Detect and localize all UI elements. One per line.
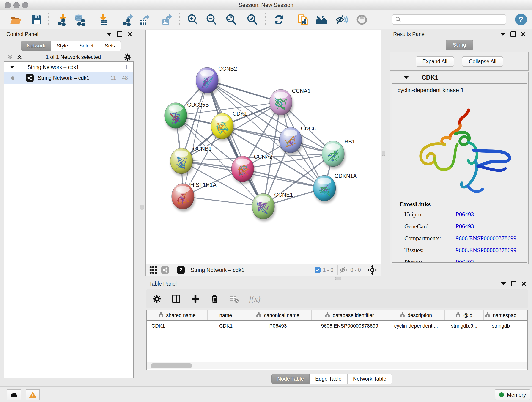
network-edge-CDK1-RB1[interactable]: [222, 126, 333, 154]
function-builder-icon[interactable]: f(x): [249, 294, 260, 304]
network-options-gear-icon[interactable]: [124, 53, 132, 61]
memory-button[interactable]: Memory: [495, 389, 530, 400]
panel-close-icon[interactable]: [521, 281, 526, 286]
table-cell[interactable]: P06493: [244, 323, 312, 329]
column-header-@id[interactable]: @id: [445, 310, 484, 320]
collapse-entry-icon[interactable]: [404, 76, 409, 79]
node-table[interactable]: shared namenamecanonical namedatabase id…: [146, 310, 528, 370]
panel-float-icon[interactable]: [510, 32, 516, 37]
collapse-all-button[interactable]: Collapse All: [462, 56, 503, 67]
network-row[interactable]: String Network – cdk1 11 48: [4, 72, 133, 84]
expand-all-button[interactable]: Expand All: [416, 56, 454, 67]
table-cell[interactable]: stringdb:9...: [445, 323, 484, 329]
column-header-shared-name[interactable]: shared name: [147, 310, 208, 320]
splitter-handle[interactable]: [335, 277, 341, 280]
import-database-icon[interactable]: [74, 13, 86, 26]
show-columns-icon[interactable]: [172, 294, 181, 303]
clone-network-icon[interactable]: [297, 13, 309, 26]
network-node-CCNE1[interactable]: [252, 193, 276, 221]
scrollbar-thumb[interactable]: [151, 364, 192, 368]
export-table-icon[interactable]: [138, 13, 150, 26]
gene-card-header[interactable]: CDK1: [390, 72, 528, 83]
cloud-status-button[interactable]: [7, 389, 21, 400]
network-node-CCNB2[interactable]: [196, 67, 220, 95]
panel-close-icon[interactable]: [127, 32, 132, 36]
collection-expand-icon[interactable]: [10, 66, 14, 69]
column-header-namespac[interactable]: namespac: [484, 310, 518, 320]
table-cell[interactable]: CDK1: [208, 323, 244, 329]
fit-selected-crosshair-icon[interactable]: [367, 265, 377, 275]
hidden-eye-icon[interactable]: [340, 266, 348, 274]
search-field[interactable]: [392, 14, 506, 25]
table-cell[interactable]: stringdb: [484, 323, 518, 329]
table-options-gear-icon[interactable]: [152, 294, 162, 303]
collapse-all-icon[interactable]: [7, 54, 14, 61]
network-node-CDC6[interactable]: [279, 127, 303, 155]
tab-network[interactable]: Network: [21, 41, 51, 51]
export-network-icon[interactable]: [121, 13, 134, 26]
network-collection-row[interactable]: String Network – cdk1 1: [4, 62, 133, 72]
show-nodes-icon[interactable]: [355, 13, 368, 26]
panel-float-icon[interactable]: [117, 32, 122, 37]
search-input[interactable]: [401, 16, 499, 23]
column-header-name[interactable]: name: [208, 310, 244, 320]
network-node-CDK1[interactable]: [211, 113, 234, 141]
zoom-out-icon[interactable]: [205, 13, 218, 26]
crosslink-value-link[interactable]: P06493: [456, 223, 474, 230]
add-column-icon[interactable]: [191, 294, 200, 303]
zoom-in-icon[interactable]: [186, 13, 199, 26]
crosslink-value-link[interactable]: 9606.ENSP00000378699: [456, 235, 516, 242]
crosslink-value-link[interactable]: P06493: [456, 211, 474, 218]
splitter-handle[interactable]: [140, 205, 144, 210]
crosslink-value-link[interactable]: P06493: [456, 259, 474, 263]
column-header-database-identifier[interactable]: database identifier: [312, 310, 387, 320]
network-graph-canvas[interactable]: CCNB2CCNA1CDC25BCDK1CDC6RB1CCNB1CCNA2CDK…: [146, 30, 380, 264]
column-header-description[interactable]: description: [387, 310, 445, 320]
tab-sets[interactable]: Sets: [99, 41, 121, 51]
hide-nodes-icon[interactable]: [336, 13, 348, 26]
table-cell[interactable]: cyclin-dependent ...: [387, 323, 445, 329]
open-session-icon[interactable]: [10, 13, 22, 26]
tab-style[interactable]: Style: [51, 41, 74, 51]
import-network-icon[interactable]: [56, 13, 68, 26]
panel-float-icon[interactable]: [511, 281, 516, 287]
tab-node-table[interactable]: Node Table: [272, 374, 310, 384]
panel-menu-icon[interactable]: [107, 33, 112, 36]
warnings-button[interactable]: [26, 389, 40, 400]
selected-checkbox-icon[interactable]: [315, 267, 321, 273]
network-node-CDC25B[interactable]: [165, 103, 188, 131]
tab-network-table[interactable]: Network Table: [347, 374, 392, 384]
export-image-icon[interactable]: [160, 13, 173, 26]
delete-column-icon[interactable]: [210, 294, 219, 303]
network-node-CCNA1[interactable]: [270, 89, 293, 117]
expand-all-icon[interactable]: [16, 54, 23, 61]
import-table-icon[interactable]: [97, 13, 109, 26]
tab-select[interactable]: Select: [74, 41, 99, 51]
birds-eye-view-icon[interactable]: [177, 266, 185, 274]
table-row[interactable]: CDK1CDK1P064939606.ENSP00000378699cyclin…: [147, 321, 527, 331]
zoom-fit-icon[interactable]: [225, 13, 237, 26]
network-edge-CCNB2-HIST1H1A[interactable]: [183, 80, 207, 196]
table-horizontal-scrollbar[interactable]: [147, 362, 527, 370]
save-session-icon[interactable]: [31, 13, 43, 26]
apply-layout-icon[interactable]: [273, 13, 285, 26]
zoom-selected-icon[interactable]: [246, 13, 259, 26]
tab-string[interactable]: String: [446, 40, 473, 50]
table-cell[interactable]: 9606.ENSP00000378699: [312, 323, 387, 329]
table-cell[interactable]: CDK1: [147, 323, 208, 329]
crosslink-value-link[interactable]: 9606.ENSP00000378699: [456, 247, 516, 254]
splitter-handle[interactable]: [382, 151, 385, 156]
help-icon[interactable]: ?: [515, 13, 527, 26]
column-header-canonical-name[interactable]: canonical name: [244, 310, 312, 320]
network-share-icon[interactable]: [161, 266, 169, 274]
panel-close-icon[interactable]: [521, 32, 526, 36]
string-home-icon[interactable]: [315, 13, 328, 26]
network-node-RB1[interactable]: [322, 141, 346, 169]
panel-menu-icon[interactable]: [500, 33, 505, 36]
panel-menu-icon[interactable]: [501, 282, 506, 285]
tab-edge-table[interactable]: Edge Table: [310, 374, 347, 384]
network-node-CDKN1A[interactable]: [313, 175, 337, 203]
network-node-CCNB1[interactable]: [170, 148, 194, 176]
network-view[interactable]: CCNB2CCNA1CDC25BCDK1CDC6RB1CCNB1CCNA2CDK…: [146, 30, 381, 276]
grid-view-icon[interactable]: [149, 266, 158, 274]
